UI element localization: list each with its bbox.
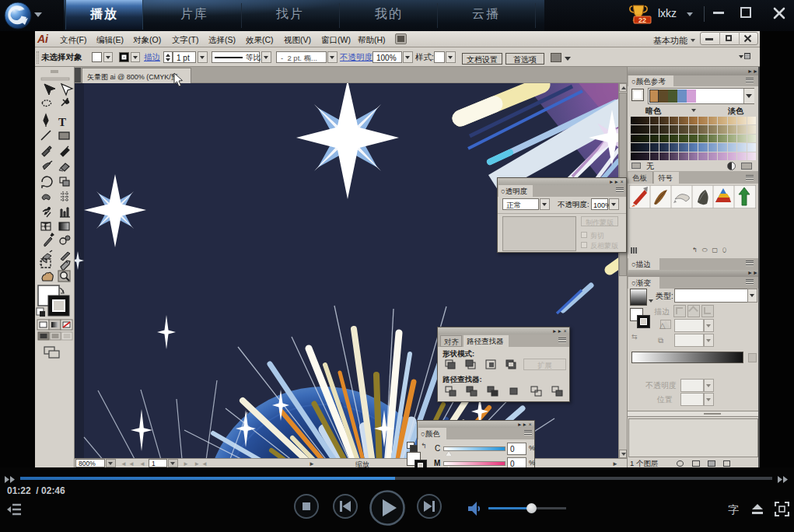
svg-text:22: 22 <box>638 16 646 24</box>
svg-text:T: T <box>58 116 66 128</box>
